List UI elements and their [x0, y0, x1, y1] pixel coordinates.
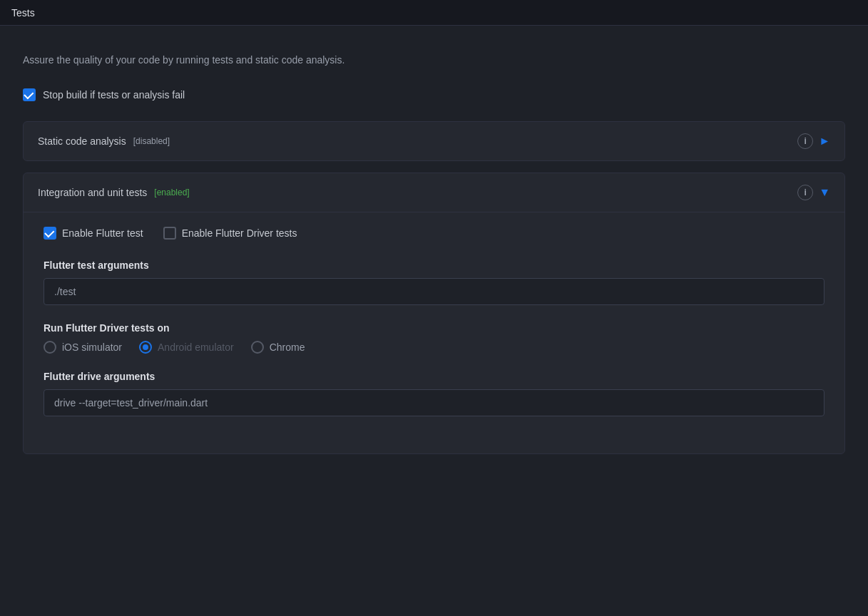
checkboxes-row: Enable Flutter test Enable Flutter Drive…	[44, 227, 824, 240]
integration-unit-tests-badge: [enabled]	[154, 188, 189, 197]
integration-unit-tests-header[interactable]: Integration and unit tests [enabled] i ▼	[24, 173, 844, 212]
enable-flutter-driver-tests-checkbox[interactable]	[163, 227, 176, 240]
stop-build-label: Stop build if tests or analysis fail	[43, 89, 185, 101]
integration-unit-tests-body: Enable Flutter test Enable Flutter Drive…	[24, 212, 844, 453]
static-code-analysis-badge: [disabled]	[133, 136, 170, 146]
radio-ios-simulator-label: iOS simulator	[62, 342, 122, 353]
static-code-analysis-section: Static code analysis [disabled] i ►	[23, 121, 845, 161]
static-code-analysis-title: Static code analysis	[38, 135, 126, 147]
enable-flutter-test-label: Enable Flutter test	[62, 227, 143, 239]
flutter-test-arguments-input[interactable]	[44, 278, 824, 305]
radio-ios-simulator-outer	[44, 341, 56, 354]
integration-unit-tests-section: Integration and unit tests [enabled] i ▼…	[23, 173, 845, 454]
radio-chrome-outer	[251, 341, 264, 354]
page-description: Assure the quality of your code by runni…	[23, 54, 845, 66]
radio-android-emulator-inner	[143, 344, 148, 350]
radio-android-emulator-label: Android emulator	[158, 342, 234, 353]
run-flutter-driver-section: Run Flutter Driver tests on iOS simulato…	[44, 322, 824, 354]
radio-android-emulator-outer	[139, 341, 152, 354]
flutter-drive-arguments-section: Flutter drive arguments	[44, 371, 824, 416]
top-bar: Tests	[0, 0, 868, 26]
stop-build-row: Stop build if tests or analysis fail	[23, 88, 845, 101]
enable-flutter-test-item[interactable]: Enable Flutter test	[44, 227, 143, 240]
flutter-test-arguments-section: Flutter test arguments	[44, 260, 824, 305]
main-content: Assure the quality of your code by runni…	[0, 26, 868, 488]
flutter-drive-arguments-input[interactable]	[44, 389, 824, 416]
integration-unit-tests-title: Integration and unit tests	[38, 187, 147, 198]
radio-chrome[interactable]: Chrome	[251, 341, 305, 354]
radio-android-emulator[interactable]: Android emulator	[139, 341, 234, 354]
flutter-drive-arguments-label: Flutter drive arguments	[44, 371, 824, 382]
run-flutter-driver-label: Run Flutter Driver tests on	[44, 322, 824, 334]
enable-flutter-test-checkbox[interactable]	[44, 227, 56, 240]
enable-flutter-driver-tests-label: Enable Flutter Driver tests	[182, 227, 297, 239]
static-code-analysis-chevron-icon: ►	[819, 135, 830, 148]
page-title: Tests	[11, 7, 35, 19]
stop-build-checkbox[interactable]	[23, 88, 36, 101]
static-code-analysis-header-left: Static code analysis [disabled]	[38, 135, 170, 147]
integration-unit-tests-header-right: i ▼	[797, 185, 830, 200]
integration-unit-tests-header-left: Integration and unit tests [enabled]	[38, 187, 190, 198]
radio-ios-simulator[interactable]: iOS simulator	[44, 341, 122, 354]
integration-unit-tests-chevron-icon: ▼	[819, 186, 830, 199]
enable-flutter-driver-tests-item[interactable]: Enable Flutter Driver tests	[163, 227, 297, 240]
static-code-analysis-info-icon[interactable]: i	[797, 133, 813, 149]
radio-chrome-label: Chrome	[270, 342, 305, 353]
integration-unit-tests-info-icon[interactable]: i	[797, 185, 813, 200]
run-flutter-driver-radio-group: iOS simulator Android emulator Chrome	[44, 341, 824, 354]
static-code-analysis-header-right: i ►	[797, 133, 830, 149]
flutter-test-arguments-label: Flutter test arguments	[44, 260, 824, 271]
static-code-analysis-header[interactable]: Static code analysis [disabled] i ►	[24, 122, 844, 160]
